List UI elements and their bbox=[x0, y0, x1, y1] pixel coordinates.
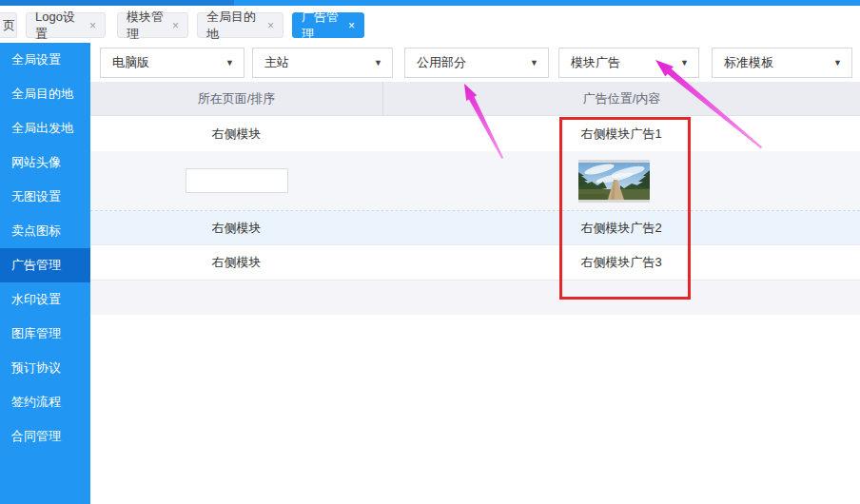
page-cell: 右侧模块 bbox=[90, 211, 382, 244]
sort-input[interactable] bbox=[186, 168, 288, 193]
sidebar-item-gallery-management[interactable]: 图库管理 bbox=[0, 317, 90, 351]
sidebar: 全局设置 全局目的地 全局出发地 网站头像 无图设置 卖点图标 广告管理 水印设… bbox=[0, 43, 90, 504]
sidebar-item-no-image-settings[interactable]: 无图设置 bbox=[0, 180, 90, 214]
select-value: 公用部分 bbox=[417, 54, 466, 71]
select-value: 标准模板 bbox=[724, 54, 773, 71]
select-value: 模块广告 bbox=[571, 54, 620, 71]
table-footer-band bbox=[90, 281, 860, 315]
table-row bbox=[90, 151, 860, 211]
close-icon[interactable]: × bbox=[172, 20, 179, 31]
page-cell: 右侧模块 bbox=[90, 245, 382, 280]
sidebar-item-selling-point-icons[interactable]: 卖点图标 bbox=[0, 214, 90, 248]
ad-management-page: 页 Logo设置 × 模块管理 × 全局目的地 × 广告管理 × 全局设置 全局… bbox=[0, 0, 860, 504]
tab-partial[interactable]: 页 bbox=[0, 12, 17, 38]
tab-label: 全局目的地 bbox=[206, 9, 261, 43]
sidebar-item-site-avatar[interactable]: 网站头像 bbox=[0, 145, 90, 180]
tab-global-destination[interactable]: 全局目的地 × bbox=[197, 12, 283, 38]
sidebar-item-booking-agreement[interactable]: 预订协议 bbox=[0, 351, 90, 385]
table-header: 所在页面/排序 广告位置/内容 bbox=[90, 82, 860, 116]
tab-label: 页 bbox=[3, 17, 15, 34]
ad-cell: 右侧模块广告3 bbox=[382, 245, 860, 280]
template-select[interactable]: 标准模板 ▼ bbox=[712, 48, 852, 78]
ad-image-cell bbox=[382, 151, 860, 210]
table-row: 右侧模块 右侧模块广告1 bbox=[90, 116, 860, 151]
close-icon[interactable]: × bbox=[348, 20, 355, 31]
tab-label: 模块管理 bbox=[127, 9, 166, 43]
ad-cell: 右侧模块广告2 bbox=[382, 211, 860, 244]
tab-ad-management-active[interactable]: 广告管理 × bbox=[292, 12, 364, 38]
column-header-ad-position-content: 广告位置/内容 bbox=[382, 82, 860, 115]
sidebar-item-watermark-settings[interactable]: 水印设置 bbox=[0, 282, 90, 317]
table-row: 右侧模块 右侧模块广告3 bbox=[90, 245, 860, 281]
close-icon[interactable]: × bbox=[89, 20, 96, 31]
tab-logo-settings[interactable]: Logo设置 × bbox=[26, 12, 106, 38]
column-header-page-sort: 所在页面/排序 bbox=[90, 82, 382, 115]
section-select[interactable]: 公用部分 ▼ bbox=[404, 48, 549, 78]
close-icon[interactable]: × bbox=[267, 20, 274, 31]
select-value: 主站 bbox=[264, 54, 289, 71]
position-select[interactable]: 模块广告 ▼ bbox=[558, 48, 699, 78]
sidebar-item-ad-management[interactable]: 广告管理 bbox=[0, 248, 90, 282]
device-select[interactable]: 电脑版 ▼ bbox=[100, 48, 244, 78]
tab-label: Logo设置 bbox=[35, 9, 83, 43]
tab-bar: 页 Logo设置 × 模块管理 × 全局目的地 × 广告管理 × bbox=[0, 6, 860, 43]
ad-thumbnail-image[interactable] bbox=[578, 160, 650, 203]
sidebar-item-contract-management[interactable]: 合同管理 bbox=[0, 419, 90, 454]
sort-input-cell bbox=[90, 151, 382, 210]
sidebar-item-global-departure[interactable]: 全局出发地 bbox=[0, 111, 90, 145]
tab-label: 广告管理 bbox=[302, 9, 342, 43]
page-cell: 右侧模块 bbox=[90, 116, 382, 151]
chevron-down-icon: ▼ bbox=[680, 58, 689, 68]
chevron-down-icon: ▼ bbox=[374, 58, 382, 68]
site-select[interactable]: 主站 ▼ bbox=[252, 48, 393, 78]
sidebar-item-signing-process[interactable]: 签约流程 bbox=[0, 385, 90, 419]
landscape-road-photo bbox=[578, 163, 650, 200]
select-value: 电脑版 bbox=[112, 54, 149, 71]
chevron-down-icon: ▼ bbox=[225, 58, 234, 68]
table-row: 右侧模块 右侧模块广告2 bbox=[90, 211, 860, 245]
chevron-down-icon: ▼ bbox=[530, 58, 538, 68]
sidebar-item-global-settings[interactable]: 全局设置 bbox=[0, 43, 90, 77]
chevron-down-icon: ▼ bbox=[833, 58, 842, 68]
tab-module-management[interactable]: 模块管理 × bbox=[117, 12, 188, 38]
ad-cell: 右侧模块广告1 bbox=[382, 116, 860, 151]
sidebar-item-global-destination[interactable]: 全局目的地 bbox=[0, 77, 90, 111]
